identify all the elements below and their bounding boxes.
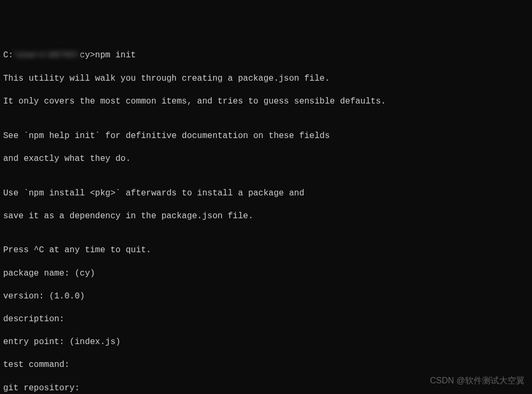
prompt-redacted-path: \Users\89703\ [13,50,80,62]
output-line: Use `npm install <pkg>` afterwards to in… [3,188,529,200]
prompt-package-name: package name: (cy) [3,268,529,280]
prompt-entry-point: entry point: (index.js) [3,337,529,348]
output-line: save it as a dependency in the package.j… [3,211,529,222]
prompt-version: version: (1.0.0) [3,291,529,303]
prompt-test-command: test command: [3,359,529,371]
prompt-dir: cy> [80,50,95,60]
output-line: This utility will walk you through creat… [3,73,529,85]
watermark-text: CSDN @软件测试大空翼 [430,375,525,387]
command-text: npm init [95,50,136,60]
prompt-drive: C: [3,50,13,60]
output-line: and exactly what they do. [3,153,529,165]
prompt-line: C:\Users\89703\cy>npm init [3,50,529,62]
terminal-output[interactable]: C:\Users\89703\cy>npm init This utility … [3,50,529,394]
prompt-description: description: [3,314,529,326]
output-line: Press ^C at any time to quit. [3,245,529,256]
output-line: It only covers the most common items, an… [3,96,529,108]
output-line: See `npm help init` for definitive docum… [3,131,529,142]
